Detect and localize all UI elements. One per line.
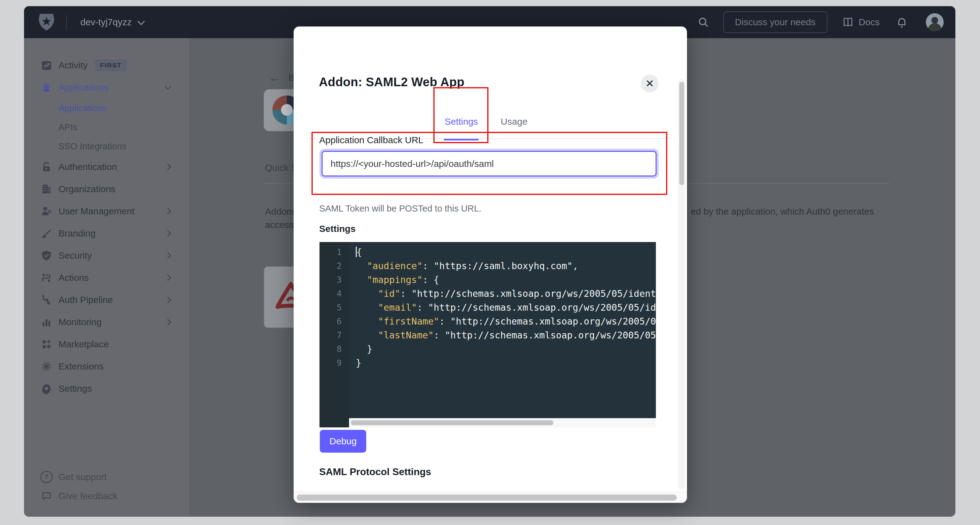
callback-url-helper-text: SAML Token will be POSTed to this URL. [319,204,481,214]
extensions-icon [40,360,53,373]
code-line: "email": "http://schemas.xmlsoap.org/ws/… [356,300,656,314]
search-icon[interactable] [697,16,709,28]
line-number: 1 [320,245,349,259]
sidebar-item-apis[interactable]: APIs [24,118,189,137]
book-icon [842,16,854,28]
tab-quickstart[interactable]: Quick S [265,163,298,173]
auth0-logo-icon[interactable] [38,14,54,30]
activity-icon [40,59,53,72]
editor-line-numbers: 123456789 [320,242,349,418]
sidebar-item-actions[interactable]: Actions [24,266,189,289]
modal-vertical-scrollbar [678,79,685,489]
code-line: "lastName": "http://schemas.xmlsoap.org/… [356,328,656,342]
background-tab-divider [687,183,889,184]
sidebar-item-monitoring[interactable]: Monitoring [24,311,189,333]
sidebar-item-auth-pipeline[interactable]: Auth Pipeline [24,289,189,311]
chevron-down-icon [165,83,171,89]
sidebar-item-label: User Management [59,206,135,217]
sidebar-item-label: Auth Pipeline [59,295,113,305]
callback-url-label: Application Callback URL [319,135,423,145]
docs-label: Docs [859,17,880,27]
tenant-switcher[interactable]: dev-tyj7qyzz [80,17,144,27]
sidebar-item-label: SSO Integrations [59,141,127,152]
sidebar-item-get-support[interactable]: ?Get support [24,468,189,487]
tenant-name: dev-tyj7qyzz [80,17,132,27]
sidebar-item-label: Security [59,251,92,261]
editor-horizontal-scrollbar [320,418,656,428]
modal-title: Addon: SAML2 Web App [319,75,465,89]
sidebar-item-organizations[interactable]: Organizations [24,178,189,200]
modal-hscroll-thumb[interactable] [297,495,677,501]
sidebar-item-user-management[interactable]: User Management [24,200,189,222]
sidebar-item-label: Extensions [59,361,104,372]
sidebar-item-label: Monitoring [59,317,102,327]
code-line: } [356,342,656,356]
line-number: 7 [320,328,349,342]
callback-url-input[interactable] [321,151,657,176]
settings-json-editor[interactable]: 123456789 { "audience": "https://saml.bo… [320,242,656,428]
layers-icon [40,81,53,94]
background-tab-divider [264,183,294,184]
chevron-right-icon [165,274,171,281]
debug-button[interactable]: Debug [320,430,366,453]
addons-description-fragment: access [265,220,294,230]
sidebar-item-label: APIs [59,122,77,132]
sidebar-item-label: Activity [59,60,88,70]
sidebar-item-security[interactable]: Security [24,244,189,266]
sidebar-item-extensions[interactable]: Extensions [24,355,189,378]
code-line: "mappings": { [356,273,656,287]
modal-vscroll-thumb[interactable] [679,82,684,185]
chevron-right-icon [165,230,171,236]
sidebar-item-label: Applications [59,82,108,93]
tab-usage[interactable]: Usage [501,116,528,140]
sidebar-item-give-feedback[interactable]: Give feedback [24,487,189,506]
actions-icon [40,271,53,284]
code-line: } [356,356,656,370]
code-line: "id": "http://schemas.xmlsoap.org/ws/200… [356,287,656,300]
pipeline-icon [40,294,53,306]
monitoring-icon [40,316,53,329]
user-gear-icon [40,205,53,218]
help-circle-icon: ? [40,471,53,484]
discuss-your-needs-button[interactable]: Discuss your needs [723,11,827,33]
line-number: 9 [320,356,349,370]
chevron-right-icon [165,297,171,303]
line-number: 6 [320,314,349,328]
sidebar: ActivityFIRSTApplicationsApplicationsAPI… [24,38,190,517]
back-arrow-icon: ← [269,72,280,83]
sidebar-item-label: Actions [59,273,89,283]
sidebar-item-label: Marketplace [59,339,109,349]
gear-icon [40,382,53,395]
editor-code-area[interactable]: { "audience": "https://saml.boxyhq.com",… [349,242,656,418]
close-icon[interactable]: ✕ [641,75,659,93]
editor-hscroll-thumb[interactable] [351,420,554,425]
sidebar-item-label: Organizations [59,184,115,194]
settings-section-label: Settings [319,223,355,234]
addons-description-fragment: ed by the application, which Auth0 gener… [690,206,874,217]
docs-link[interactable]: Docs [842,16,880,28]
sidebar-item-activity[interactable]: ActivityFIRST [24,54,189,77]
code-line: "firstName": "http://schemas.xmlsoap.org… [356,314,656,328]
sidebar-item-sso-integrations[interactable]: SSO Integrations [24,137,189,156]
user-avatar[interactable] [926,13,944,31]
line-number: 4 [320,287,349,300]
chevron-right-icon [165,252,171,259]
building-icon [40,183,53,196]
brush-icon [40,227,53,240]
sidebar-item-authentication[interactable]: Authentication [24,156,189,178]
first-badge: FIRST [95,59,127,71]
sidebar-item-applications[interactable]: Applications [24,99,189,118]
notifications-bell-icon[interactable] [896,16,908,28]
tab-settings[interactable]: Settings [444,116,478,140]
addon-saml2-modal: Addon: SAML2 Web App ✕ Settings Usage Ap… [294,27,687,503]
sidebar-item-label: Get support [59,472,107,482]
sidebar-item-applications[interactable]: Applications [24,77,189,99]
sidebar-item-label: Applications [59,103,107,113]
sidebar-item-branding[interactable]: Branding [24,222,189,244]
editor-scroll-corner [320,418,349,428]
sidebar-item-marketplace[interactable]: Marketplace [24,333,189,355]
chevron-right-icon [165,319,171,325]
sidebar-item-settings[interactable]: Settings [24,378,189,400]
chat-bubble-icon [40,490,53,503]
chevron-down-icon [137,18,145,25]
